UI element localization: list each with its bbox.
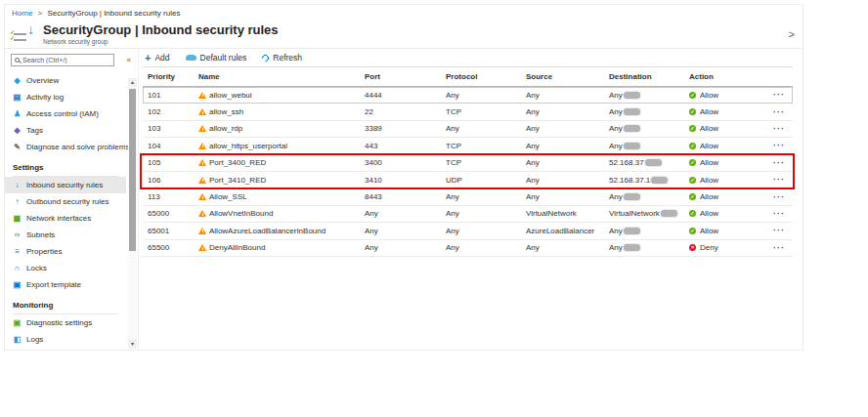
add-button-label: Add — [154, 53, 169, 63]
add-button[interactable]: + Add — [145, 53, 170, 63]
cell-protocol: TCP — [446, 158, 526, 167]
cell-source: AzureLoadBalancer — [526, 227, 609, 235]
diagnostic-settings-icon: ▣ — [13, 318, 22, 327]
cell-source: VirtualNetwork — [526, 209, 609, 218]
expand-chevron-icon[interactable]: > — [789, 28, 795, 40]
sidebar-item-subnets[interactable]: ‹› Subnets — [5, 227, 126, 243]
table-row[interactable]: 65001 AllowAzureLoadBalancerInBound Any … — [143, 223, 793, 239]
redaction-blur — [645, 159, 662, 166]
column-header-source[interactable]: Source — [526, 72, 609, 81]
logs-icon: ◧ — [13, 335, 22, 344]
sidebar-item-access-control-iam[interactable]: ♟ Access control (IAM) — [5, 105, 126, 122]
default-rules-button[interactable]: Default rules — [186, 53, 247, 63]
row-menu-button[interactable]: ··· — [768, 243, 790, 253]
cell-action: ✓ Allow — [689, 91, 768, 100]
action-status-icon: ✓ — [689, 177, 696, 184]
table-row[interactable]: 65000 AllowVnetInBound Any Any VirtualNe… — [143, 206, 793, 223]
cell-protocol: Any — [446, 192, 526, 201]
warning-icon — [198, 193, 206, 200]
row-menu-button[interactable]: ··· — [768, 175, 790, 185]
cell-destination: Any — [609, 243, 689, 252]
sidebar-item-logs[interactable]: ◧ Logs — [5, 331, 126, 348]
titlebar: ✓ ✓ ↓ SecurityGroup | Inbound security r… — [12, 21, 279, 48]
cell-destination: Any — [609, 107, 689, 116]
redaction-blur — [624, 125, 640, 132]
redaction-blur — [624, 143, 640, 149]
row-menu-button[interactable]: ··· — [768, 124, 790, 134]
sidebar-item-nsg-flow-logs[interactable]: ▦ NSG flow logs — [5, 348, 126, 350]
sidebar-item-activity-log[interactable]: ▤ Activity log — [5, 89, 126, 105]
azure-portal-window: Home > SecurityGroup | Inbound security … — [4, 4, 803, 351]
sidebar-item-locks[interactable]: ∩ Locks — [5, 260, 126, 276]
redaction-blur — [624, 108, 640, 115]
table-row[interactable]: 105 Port_3400_RED 3400 TCP Any 52.168.37… — [143, 155, 793, 172]
sidebar-item-export-template[interactable]: ▣ Export template — [5, 276, 126, 293]
cell-action: ✓ Allow — [689, 209, 768, 218]
cell-name: AllowAzureLoadBalancerInBound — [198, 227, 365, 235]
scrollbar-down-icon[interactable]: ▾ — [128, 339, 137, 349]
table-row[interactable]: 101 allow_webui 4444 Any Any Any ✓ Allow… — [143, 87, 793, 104]
row-menu-button[interactable]: ··· — [768, 107, 790, 117]
sidebar-collapse-button[interactable]: « — [127, 56, 131, 64]
row-menu-button[interactable]: ··· — [768, 226, 790, 235]
sidebar-item-diagnose[interactable]: ✎ Diagnose and solve problems — [5, 139, 126, 155]
table-row[interactable]: 103 allow_rdp 3389 Any Any Any ✓ Allow ·… — [143, 121, 793, 138]
scrollbar-thumb[interactable] — [129, 89, 136, 251]
warning-icon — [198, 210, 206, 217]
sidebar-item-diagnostic-settings[interactable]: ▣ Diagnostic settings — [5, 314, 126, 331]
sidebar-item-overview[interactable]: ◆ Overview — [5, 72, 126, 89]
cell-port: 3410 — [365, 176, 446, 185]
column-header-port[interactable]: Port — [365, 72, 446, 81]
table-row[interactable]: 102 allow_ssh 22 TCP Any Any ✓ Allow ··· — [143, 104, 793, 120]
row-menu-button[interactable]: ··· — [768, 158, 790, 168]
action-status-icon: ✓ — [689, 159, 696, 166]
cell-name: allow_webui — [198, 91, 365, 100]
refresh-button-label: Refresh — [273, 53, 302, 63]
cell-destination: Any — [609, 192, 689, 201]
sidebar-item-properties[interactable]: ≡ Properties — [5, 243, 126, 260]
row-menu-button[interactable]: ··· — [768, 90, 790, 100]
column-header-name[interactable]: Name — [198, 72, 365, 81]
redaction-blur — [624, 228, 640, 234]
row-menu-button[interactable]: ··· — [768, 209, 790, 219]
sidebar-item-inbound-security-rules[interactable]: ↓ Inbound security rules — [5, 177, 126, 193]
cell-destination: VirtualNetwork — [609, 209, 689, 218]
table-rows: 101 allow_webui 4444 Any Any Any ✓ Allow… — [143, 87, 793, 257]
table-row[interactable]: 104 allow_https_userportal 443 TCP Any A… — [143, 138, 793, 154]
warning-icon — [198, 177, 206, 184]
tags-icon: ◆ — [13, 126, 22, 135]
row-menu-button[interactable]: ··· — [768, 141, 790, 150]
column-header-action[interactable]: Action — [689, 72, 768, 81]
cell-name: allow_https_userportal — [198, 142, 365, 150]
sidebar-item-network-interfaces[interactable]: ▦ Network interfaces — [5, 210, 126, 227]
sidebar-item-outbound-security-rules[interactable]: ↑ Outbound security rules — [5, 193, 126, 210]
sidebar-scrollbar[interactable]: ▴ — [128, 78, 137, 339]
cell-action: ✓ Allow — [689, 142, 768, 150]
cell-source: Any — [526, 158, 609, 167]
cell-protocol: Any — [446, 243, 526, 252]
sidebar-item-tags[interactable]: ◆ Tags — [5, 122, 126, 139]
cell-name: Port_3410_RED — [198, 176, 365, 185]
row-menu-button[interactable]: ··· — [768, 192, 790, 202]
column-header-priority[interactable]: Priority — [143, 72, 198, 81]
breadcrumb-home-link[interactable]: Home — [12, 9, 32, 18]
breadcrumb: Home > SecurityGroup | Inbound security … — [12, 9, 180, 18]
table-row[interactable]: 113 Allow_SSL 8443 Any Any Any ✓ Allow ·… — [143, 188, 793, 205]
cell-destination: Any — [609, 91, 689, 100]
refresh-button[interactable]: Refresh — [262, 53, 302, 63]
cell-priority: 65001 — [143, 227, 198, 235]
column-header-protocol[interactable]: Protocol — [446, 72, 526, 81]
cell-source: Any — [526, 91, 609, 100]
table-row[interactable]: 106 Port_3410_RED 3410 UDP Any 52.168.37… — [143, 172, 793, 188]
toolbar: + Add Default rules Refresh — [143, 49, 793, 67]
sidebar-section-heading: Monitoring — [13, 298, 118, 314]
column-header-destination[interactable]: Destination — [609, 72, 689, 81]
page-subtitle: Network security group — [43, 38, 279, 45]
scrollbar-up-icon[interactable]: ▴ — [128, 78, 137, 87]
search-input[interactable] — [22, 57, 110, 63]
icon-line — [14, 39, 26, 41]
cell-priority: 65000 — [143, 209, 198, 218]
table-row[interactable]: 65500 DenyAllInBound Any Any Any Any × D… — [143, 240, 793, 257]
cell-name: allow_ssh — [198, 107, 365, 116]
cell-action: × Deny — [689, 243, 768, 252]
